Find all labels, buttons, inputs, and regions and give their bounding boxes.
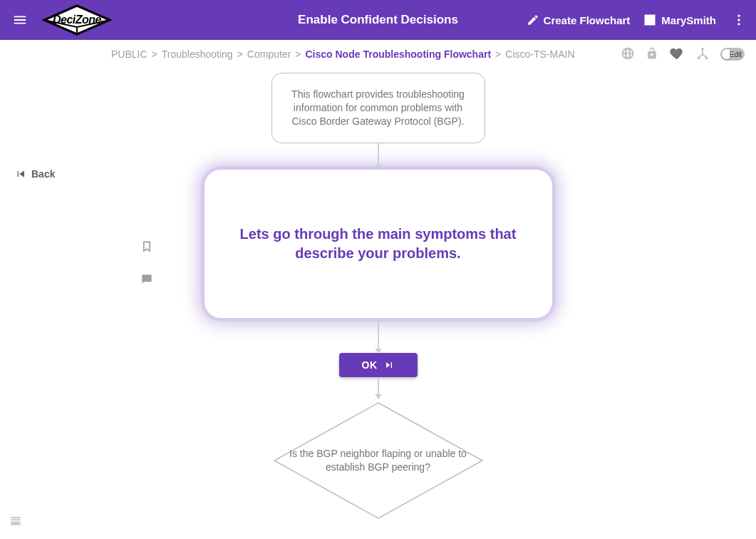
appbar-actions: Create Flowchart MarySmith (527, 7, 749, 33)
current-node[interactable]: Lets go through the main symptoms that d… (204, 169, 553, 319)
decision-text: Is the BGP neighbor flaping or unable to… (289, 447, 467, 473)
breadcrumb-node: Cisco-TS-MAIN (505, 48, 574, 60)
notes-panel-button[interactable] (9, 513, 23, 530)
breadcrumb-sep: > (152, 48, 157, 60)
intro-node[interactable]: This flowchart provides troubleshooting … (271, 73, 485, 143)
app-logo[interactable]: DeciZone (41, 3, 113, 37)
flow-connector (378, 319, 379, 353)
visibility-button[interactable] (621, 46, 635, 63)
hamburger-icon (12, 12, 28, 28)
breadcrumb-sep: > (237, 48, 243, 60)
flow-canvas: Back This flowchart provides troubleshoo… (0, 68, 756, 539)
back-icon (16, 168, 27, 180)
flow-connector (378, 143, 379, 169)
edit-toggle-label: Edit (730, 51, 742, 58)
breadcrumb-sep: > (495, 48, 501, 60)
share-node-icon (695, 46, 710, 61)
back-button[interactable]: Back (16, 168, 55, 180)
share-button[interactable] (695, 46, 710, 63)
page-title: Enable Confident Decisions (298, 13, 458, 27)
node-side-tools (140, 240, 154, 289)
ok-label: OK (362, 359, 378, 371)
breadcrumb-current-flowchart[interactable]: Cisco Node Troubleshooting Flowchart (306, 48, 492, 60)
pencil-icon (527, 14, 539, 26)
breadcrumb-computer[interactable]: Computer (247, 48, 291, 60)
back-label: Back (31, 168, 55, 180)
bottom-fade (0, 519, 756, 539)
breadcrumb-public[interactable]: PUBLIC (111, 48, 147, 60)
intro-text: This flowchart provides troubleshooting … (291, 88, 465, 127)
user-menu-button[interactable]: MarySmith (643, 13, 716, 27)
breadcrumb-sep: > (295, 48, 301, 60)
svg-point-4 (737, 23, 740, 25)
notes-icon (9, 513, 23, 528)
user-name-label: MarySmith (661, 14, 716, 26)
heart-icon (669, 46, 685, 61)
menu-button[interactable] (7, 7, 33, 33)
app-bar: DeciZone Enable Confident Decisions Crea… (0, 0, 756, 40)
comment-alert-icon (140, 272, 154, 287)
breadcrumb: PUBLIC > Troubleshooting > Computer > Ci… (111, 48, 575, 60)
more-button[interactable] (729, 7, 749, 33)
comment-button[interactable] (140, 272, 154, 289)
svg-point-3 (737, 19, 740, 21)
edit-toggle[interactable]: Edit (720, 48, 745, 61)
breadcrumb-bar: PUBLIC > Troubleshooting > Computer > Ci… (0, 40, 756, 68)
current-node-text: Lets go through the main symptoms that d… (233, 225, 524, 263)
lock-button[interactable] (645, 46, 659, 63)
lock-open-icon (645, 46, 659, 61)
create-flowchart-label: Create Flowchart (544, 14, 631, 26)
account-icon (643, 13, 657, 27)
breadcrumb-troubleshooting[interactable]: Troubleshooting (162, 48, 233, 60)
flow-column: This flowchart provides troubleshooting … (193, 68, 564, 521)
flow-connector (378, 377, 379, 399)
bookmark-button[interactable] (140, 240, 154, 257)
breadcrumb-tools: Edit (621, 46, 745, 63)
logo-text: DeciZone (53, 14, 101, 26)
create-flowchart-button[interactable]: Create Flowchart (527, 14, 631, 26)
more-vert-icon (732, 13, 746, 27)
decision-node[interactable]: Is the BGP neighbor flaping or unable to… (271, 400, 485, 521)
svg-point-2 (737, 15, 740, 17)
favorite-button[interactable] (669, 46, 685, 63)
ok-button[interactable]: OK (339, 353, 418, 377)
skip-next-icon (383, 359, 395, 371)
globe-icon (621, 46, 635, 61)
bookmark-icon (140, 240, 154, 254)
